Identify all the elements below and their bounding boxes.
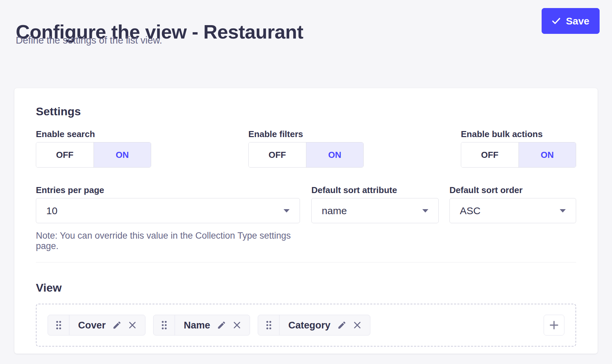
default-sort-order-group: Default sort order ASC bbox=[449, 185, 576, 251]
enable-search-toggle[interactable]: OFF ON bbox=[36, 142, 151, 168]
edit-field-button[interactable] bbox=[217, 320, 226, 330]
drag-handle-icon bbox=[55, 320, 62, 330]
settings-heading: Settings bbox=[36, 104, 576, 118]
field-chip-name[interactable]: Name bbox=[153, 315, 250, 336]
close-icon bbox=[353, 320, 362, 330]
enable-bulk-actions-label: Enable bulk actions bbox=[461, 129, 576, 139]
remove-field-button[interactable] bbox=[353, 320, 362, 330]
drag-handle-icon bbox=[265, 320, 272, 330]
save-button[interactable]: Save bbox=[542, 8, 600, 34]
enable-filters-group: Enable filters OFF ON bbox=[248, 129, 364, 168]
drag-handle[interactable] bbox=[154, 315, 175, 335]
view-heading: View bbox=[36, 281, 576, 295]
pencil-icon bbox=[217, 320, 226, 330]
field-chip-cover[interactable]: Cover bbox=[48, 315, 145, 336]
enable-bulk-actions-off-option[interactable]: OFF bbox=[461, 142, 519, 167]
section-divider bbox=[36, 262, 576, 262]
enable-search-group: Enable search OFF ON bbox=[36, 129, 151, 168]
view-fields-dropzone: Cover Name bbox=[36, 304, 576, 347]
drag-handle-icon bbox=[161, 320, 168, 330]
page-subtitle: Define the settings of the list view. bbox=[16, 35, 162, 46]
default-sort-order-label: Default sort order bbox=[449, 185, 576, 195]
pencil-icon bbox=[337, 320, 347, 330]
default-sort-order-value: ASC bbox=[460, 205, 560, 217]
pencil-icon bbox=[112, 320, 122, 330]
enable-search-off-option[interactable]: OFF bbox=[36, 142, 94, 167]
save-button-label: Save bbox=[566, 15, 589, 27]
enable-bulk-actions-on-option[interactable]: ON bbox=[519, 142, 576, 167]
chevron-down-icon bbox=[422, 209, 428, 213]
default-sort-attribute-value: name bbox=[322, 205, 422, 217]
default-sort-attribute-group: Default sort attribute name bbox=[311, 185, 439, 251]
entries-per-page-label: Entries per page bbox=[36, 185, 300, 195]
default-sort-attribute-select[interactable]: name bbox=[311, 198, 439, 223]
enable-search-label: Enable search bbox=[36, 129, 151, 139]
field-chip-label: Category bbox=[280, 320, 330, 331]
remove-field-button[interactable] bbox=[232, 320, 242, 330]
field-chip-label: Cover bbox=[69, 320, 106, 331]
entries-per-page-select[interactable]: 10 bbox=[36, 198, 300, 223]
toggles-row: Enable search OFF ON Enable filters OFF … bbox=[36, 129, 576, 168]
default-sort-attribute-label: Default sort attribute bbox=[311, 185, 439, 195]
check-icon bbox=[552, 16, 561, 25]
chevron-down-icon bbox=[560, 209, 566, 213]
drag-handle[interactable] bbox=[258, 315, 280, 335]
field-chip-category[interactable]: Category bbox=[258, 315, 370, 336]
edit-field-button[interactable] bbox=[337, 320, 347, 330]
enable-filters-off-option[interactable]: OFF bbox=[249, 142, 306, 167]
enable-bulk-actions-toggle[interactable]: OFF ON bbox=[461, 142, 576, 168]
entries-per-page-note: Note: You can override this value in the… bbox=[36, 231, 300, 251]
close-icon bbox=[128, 320, 137, 330]
default-sort-order-select[interactable]: ASC bbox=[449, 198, 576, 223]
entries-per-page-group: Entries per page 10 Note: You can overri… bbox=[36, 185, 300, 251]
field-chip-label: Name bbox=[175, 320, 210, 331]
selects-row: Entries per page 10 Note: You can overri… bbox=[36, 185, 576, 251]
edit-field-button[interactable] bbox=[112, 320, 122, 330]
enable-filters-on-option[interactable]: ON bbox=[306, 142, 364, 167]
remove-field-button[interactable] bbox=[128, 320, 137, 330]
add-field-button[interactable] bbox=[544, 315, 564, 336]
drag-handle[interactable] bbox=[48, 315, 69, 335]
enable-bulk-actions-group: Enable bulk actions OFF ON bbox=[461, 129, 576, 168]
chevron-down-icon bbox=[284, 209, 290, 213]
close-icon bbox=[232, 320, 242, 330]
enable-filters-toggle[interactable]: OFF ON bbox=[248, 142, 364, 168]
settings-card: Settings Enable search OFF ON Enable fil… bbox=[14, 88, 598, 354]
enable-filters-label: Enable filters bbox=[248, 129, 364, 139]
entries-per-page-value: 10 bbox=[46, 205, 284, 217]
plus-icon bbox=[548, 319, 560, 331]
enable-search-on-option[interactable]: ON bbox=[94, 142, 151, 167]
